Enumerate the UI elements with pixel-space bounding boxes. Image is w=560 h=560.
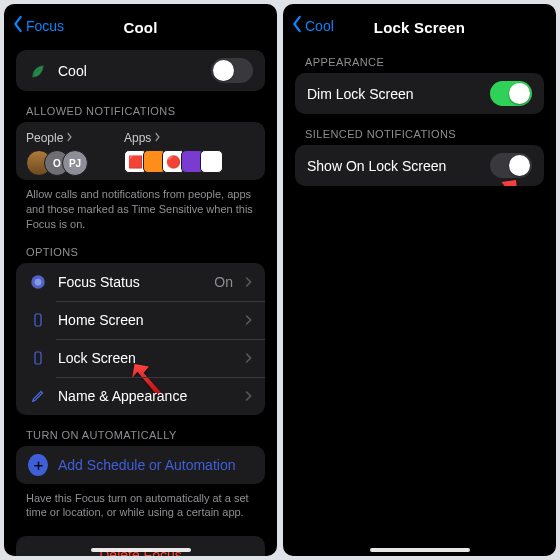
screenshot-focus-detail: Focus Cool Cool ALLOWED NOTIFICATIONS Pe… bbox=[4, 4, 277, 556]
silenced-card: Show On Lock Screen bbox=[295, 145, 544, 186]
auto-header: TURN ON AUTOMATICALLY bbox=[16, 415, 265, 446]
dim-toggle[interactable] bbox=[490, 81, 532, 106]
screenshot-lock-screen-settings: Cool Lock Screen APPEARANCE Dim Lock Scr… bbox=[283, 4, 556, 556]
svg-point-1 bbox=[35, 278, 42, 285]
appearance-card: Dim Lock Screen bbox=[295, 73, 544, 114]
navbar: Focus Cool bbox=[4, 4, 277, 42]
home-indicator[interactable] bbox=[370, 548, 470, 552]
focus-status-value: On bbox=[214, 274, 233, 290]
chevron-right-icon bbox=[245, 276, 253, 288]
app-icons: 🟥 🔴 ✴︎ bbox=[124, 150, 223, 173]
allowed-apps[interactable]: Apps 🟥 🔴 ✴︎ bbox=[124, 131, 223, 176]
option-lock-screen[interactable]: Lock Screen bbox=[16, 339, 265, 377]
chat-bubble-icon bbox=[28, 272, 48, 292]
allowed-header: ALLOWED NOTIFICATIONS bbox=[16, 91, 265, 122]
home-screen-icon bbox=[28, 310, 48, 330]
chevron-right-icon bbox=[245, 390, 253, 402]
back-label: Focus bbox=[26, 18, 64, 34]
chevron-right-icon bbox=[66, 131, 73, 145]
people-avatars: O PJ bbox=[26, 150, 88, 176]
chevron-right-icon bbox=[245, 314, 253, 326]
auto-footer: Have this Focus turn on automatically at… bbox=[16, 484, 265, 521]
back-button[interactable]: Focus bbox=[12, 15, 64, 36]
back-button[interactable]: Cool bbox=[291, 15, 334, 36]
scroll-content[interactable]: APPEARANCE Dim Lock Screen SILENCED NOTI… bbox=[283, 42, 556, 556]
silenced-header: SILENCED NOTIFICATIONS bbox=[295, 114, 544, 145]
plus-circle-icon: ＋ bbox=[28, 455, 48, 475]
options-header: OPTIONS bbox=[16, 232, 265, 263]
focus-name: Cool bbox=[58, 63, 201, 79]
page-title: Lock Screen bbox=[374, 19, 465, 36]
chevron-right-icon bbox=[245, 352, 253, 364]
svg-rect-2 bbox=[35, 314, 41, 326]
allowed-people[interactable]: People O PJ bbox=[26, 131, 88, 176]
appearance-header: APPEARANCE bbox=[295, 42, 544, 73]
leaf-icon bbox=[28, 61, 48, 81]
option-focus-status[interactable]: Focus Status On bbox=[16, 263, 265, 301]
lock-screen-icon bbox=[28, 348, 48, 368]
svg-rect-3 bbox=[35, 352, 41, 364]
show-on-lock-screen-row[interactable]: Show On Lock Screen bbox=[295, 145, 544, 186]
back-label: Cool bbox=[305, 18, 334, 34]
page-title: Cool bbox=[123, 19, 157, 36]
add-schedule-row[interactable]: ＋ Add Schedule or Automation bbox=[16, 446, 265, 484]
home-indicator[interactable] bbox=[91, 548, 191, 552]
show-toggle[interactable] bbox=[490, 153, 532, 178]
allowed-footer: Allow calls and notifications from peopl… bbox=[16, 180, 265, 232]
delete-focus-row[interactable]: Delete Focus bbox=[16, 536, 265, 556]
people-label: People bbox=[26, 131, 63, 145]
dim-lock-screen-row[interactable]: Dim Lock Screen bbox=[295, 73, 544, 114]
chevron-right-icon bbox=[154, 131, 161, 145]
options-card: Focus Status On Home Screen Lock Screen … bbox=[16, 263, 265, 415]
focus-toggle[interactable] bbox=[211, 58, 253, 83]
chevron-left-icon bbox=[12, 15, 24, 36]
auto-card: ＋ Add Schedule or Automation bbox=[16, 446, 265, 484]
apps-label: Apps bbox=[124, 131, 151, 145]
focus-toggle-card: Cool bbox=[16, 50, 265, 91]
option-home-screen[interactable]: Home Screen bbox=[16, 301, 265, 339]
navbar: Cool Lock Screen bbox=[283, 4, 556, 42]
chevron-left-icon bbox=[291, 15, 303, 36]
option-name-appearance[interactable]: Name & Appearance bbox=[16, 377, 265, 415]
scroll-content[interactable]: Cool ALLOWED NOTIFICATIONS People O PJ A… bbox=[4, 42, 277, 556]
pencil-icon bbox=[28, 386, 48, 406]
allowed-card[interactable]: People O PJ Apps 🟥 🔴 ✴︎ bbox=[16, 122, 265, 180]
delete-card: Delete Focus bbox=[16, 536, 265, 556]
focus-toggle-row[interactable]: Cool bbox=[16, 50, 265, 91]
